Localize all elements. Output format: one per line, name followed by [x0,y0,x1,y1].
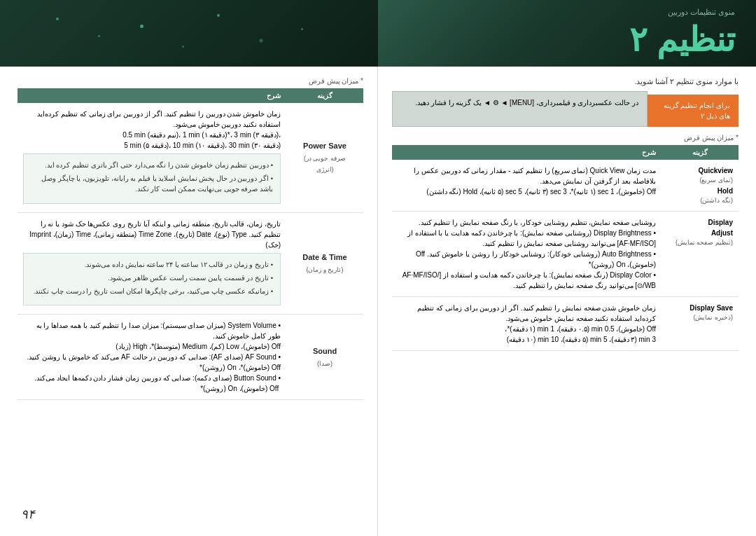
sound-option: Sound (صدا) [286,315,363,400]
power-save-option: Power Save (صرفه جویی درانرژی) [286,103,363,212]
table-row: Display Save (ذخیره نمایش) زمان خاموش شد… [392,297,738,351]
page-number: ۹۴ [21,507,35,522]
menu-button-line2: های ذیل ۲ [656,111,730,121]
header-subtitle: منوی تنظیمات دوربین [668,8,735,17]
display-adjust-option: DisplayAdjust (تنظیم صفحه نمایش) [662,212,738,297]
header-left-bg [0,0,378,67]
power-save-sub: (صرفه جویی درانرژی) [304,155,346,174]
table-row: Date & Time (تاریخ و زمان) تاریخ، زمان، … [18,212,363,315]
power-save-label: Power Save [303,142,346,150]
datetime-sub: (تاریخ و زمان) [306,266,343,273]
main-content: * میزان پیش فرض گزینه شرح Power Save (صر… [0,67,756,536]
datetime-tip: • تاریخ و زمان در قالب ۱۲ ساعته یا ۲۴ سا… [23,253,281,306]
power-save-tip: • دوربین تنظیم زمان خاموش شدن را نگه می‌… [23,153,281,204]
star-decorations [0,0,378,67]
table-row: Power Save (صرفه جویی درانرژی) زمان خامو… [18,103,363,212]
right-col-option: گزینه [662,145,738,160]
menu-instruction: در حالت عکسبرداری و فیلمبرداری، [MENU] ◄… [392,91,648,127]
right-settings-table: گزینه شرح Quickview (نمای سریع) Hold (نگ… [392,145,738,351]
sound-sub: (صدا) [317,360,332,367]
datetime-option: Date & Time (تاریخ و زمان) [286,212,363,315]
left-default-marker: * میزان پیش فرض [18,77,363,85]
display-adjust-sub: (تنظیم صفحه نمایش) [667,238,733,248]
display-save-label: Display Save [690,304,733,312]
intro-text: با موارد منوی تنظیم ۲ آشنا شوید. [392,77,738,85]
right-panel: با موارد منوی تنظیم ۲ آشنا شوید. برای ان… [378,67,756,536]
hold-label: Hold [718,187,733,195]
header: منوی تنظیمات دوربین تنظیم ۲ [378,0,756,67]
right-col-desc: شرح [392,145,662,160]
datetime-label: Date & Time [302,253,346,261]
display-adjust-label: DisplayAdjust [708,219,733,237]
quickview-sub: (نمای سریع) [667,176,733,186]
right-default-marker: * میزان پیش فرض [392,134,738,142]
quickview-label: Quickview [699,167,733,174]
menu-instruction-text: در حالت عکسبرداری و فیلمبرداری، [MENU] ◄… [415,99,638,106]
left-col-desc: شرح [18,88,286,103]
table-row: DisplayAdjust (تنظیم صفحه نمایش) روشنایی… [392,212,738,297]
table-row: Quickview (نمای سریع) Hold (نگه داشتن) م… [392,160,738,212]
quickview-desc: مدت زمان Quick View (نمای سریع) را تنظیم… [392,160,662,212]
menu-button[interactable]: برای انجام تنظیم گزینه های ذیل ۲ [648,95,738,127]
left-panel: * میزان پیش فرض گزینه شرح Power Save (صر… [0,67,378,536]
sound-desc: • System Volume (میزان صدای سیستم): میزا… [18,315,286,400]
display-save-desc: زمان خاموش شدن صفحه نمایش را تنظیم کنید.… [392,297,662,351]
display-adjust-desc: روشنایی صفحه نمایش، تنظیم روشنایی خودکار… [392,212,662,297]
power-save-desc: زمان خاموش شدن دوربین را تنظیم کنید. اگر… [18,103,286,212]
sound-label: Sound [313,347,337,355]
quickview-option: Quickview (نمای سریع) Hold (نگه داشتن) [662,160,738,212]
hold-sub: (نگه داشتن) [667,196,733,206]
table-row: Sound (صدا) • System Volume (میزان صدای … [18,315,363,400]
left-col-option: گزینه [286,88,363,103]
left-settings-table: گزینه شرح Power Save (صرفه جویی درانرژی)… [18,88,363,400]
datetime-desc: تاریخ، زمان، قالب تاریخ، منطقه زمانی و ا… [18,212,286,315]
menu-button-line1: برای انجام تنظیم گزینه [656,100,730,111]
display-save-sub: (ذخیره نمایش) [667,313,733,323]
header-title: تنظیم ۲ [629,20,735,59]
display-save-option: Display Save (ذخیره نمایش) [662,297,738,351]
